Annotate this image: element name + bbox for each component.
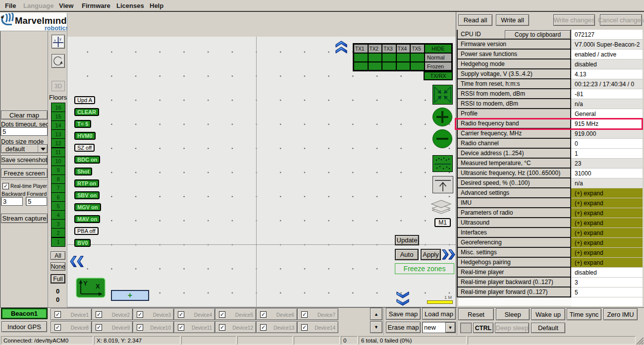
svg-text:x: x xyxy=(54,38,56,43)
svg-text:y: y xyxy=(59,37,61,41)
svg-text:Y: Y xyxy=(83,280,88,287)
svg-text:X: X xyxy=(96,283,100,290)
